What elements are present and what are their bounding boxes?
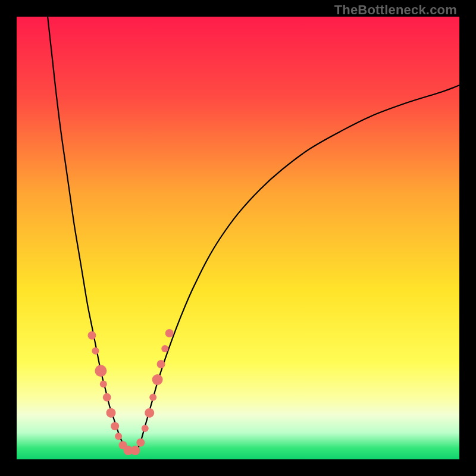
plot-area <box>17 17 459 459</box>
data-point <box>149 394 156 401</box>
data-point <box>157 360 165 368</box>
data-point <box>130 446 140 455</box>
data-point <box>115 433 122 440</box>
data-point <box>161 345 168 352</box>
outer-frame: TheBottleneck.com <box>0 0 476 476</box>
data-point <box>111 422 119 430</box>
data-point <box>136 439 145 447</box>
data-point <box>95 365 107 377</box>
data-point <box>142 425 149 432</box>
left-curve <box>48 17 127 453</box>
marker-group <box>87 329 173 455</box>
data-point <box>92 347 99 355</box>
curve-layer <box>17 17 459 459</box>
data-point <box>103 393 111 402</box>
data-point <box>106 408 115 418</box>
data-point <box>100 381 107 388</box>
data-point <box>87 331 96 340</box>
watermark-text: TheBottleneck.com <box>334 2 457 18</box>
data-point <box>145 408 154 418</box>
right-curve <box>136 85 459 453</box>
data-point <box>165 329 174 337</box>
data-point <box>152 374 163 385</box>
